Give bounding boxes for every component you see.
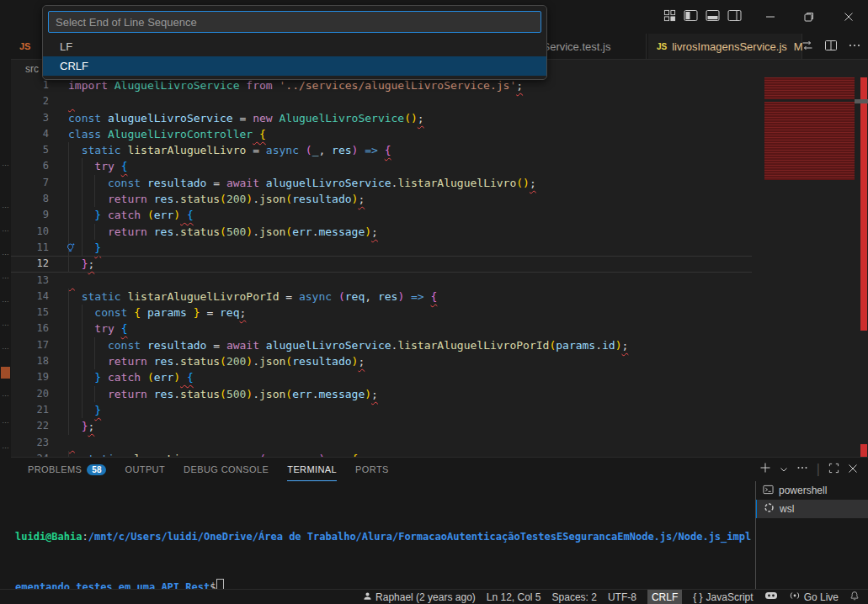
quick-pick-input[interactable] xyxy=(48,11,541,33)
terminal-item-powershell[interactable]: powershell xyxy=(756,481,868,500)
new-terminal-icon[interactable] xyxy=(759,462,771,477)
code-line[interactable]: 2 xyxy=(11,93,752,109)
tab-problems[interactable]: PROBLEMS 58 xyxy=(28,458,106,481)
tab-livros-imagens-service[interactable]: JS livrosImagensService.js M xyxy=(648,34,802,59)
copilot-item[interactable] xyxy=(764,590,778,604)
minimize-button[interactable] xyxy=(751,0,790,34)
quick-pick-list: LF CRLF xyxy=(43,37,546,77)
line-number[interactable]: 2 xyxy=(11,93,49,109)
line-number[interactable]: 10 xyxy=(11,224,49,240)
broadcast-icon xyxy=(789,591,801,603)
more-actions-icon[interactable] xyxy=(848,39,861,55)
toggle-sidebar-icon[interactable] xyxy=(684,9,698,22)
tab-controller-partial[interactable]: JS xyxy=(11,34,45,59)
explorer-sliver-mark: … xyxy=(2,296,9,304)
code-line[interactable]: 8 return res.status(200).json(resultado)… xyxy=(11,191,752,207)
line-number[interactable]: 8 xyxy=(11,191,49,207)
open-changes-icon[interactable] xyxy=(801,39,814,55)
line-number[interactable]: 16 xyxy=(11,321,49,336)
toggle-panel-icon[interactable] xyxy=(706,9,720,22)
editor[interactable]: 1import AluguelLivroService from '../ser… xyxy=(11,77,868,457)
eol-item[interactable]: CRLF xyxy=(647,590,682,604)
line-number[interactable]: 1 xyxy=(11,77,49,93)
code-line[interactable]: 14 static listarAluguelLivroPorId = asyn… xyxy=(11,289,752,305)
code-line[interactable]: 13 xyxy=(11,273,752,289)
line-number[interactable]: 21 xyxy=(11,402,49,418)
line-number[interactable]: 14 xyxy=(11,289,49,305)
line-number[interactable]: 22 xyxy=(11,418,49,434)
minimap[interactable] xyxy=(764,77,855,183)
js-file-icon: JS xyxy=(657,42,667,51)
git-blame-item[interactable]: Raphael (2 years ago) xyxy=(363,590,476,604)
line-number[interactable]: 15 xyxy=(11,305,49,321)
line-number[interactable]: 19 xyxy=(11,369,49,385)
code-line[interactable]: 15 const { params } = req; xyxy=(11,305,752,321)
line-number[interactable]: 5 xyxy=(11,142,49,158)
customize-layout-icon[interactable] xyxy=(663,9,676,22)
tab-terminal[interactable]: TERMINAL xyxy=(287,458,337,481)
line-number[interactable]: 11 xyxy=(11,240,49,256)
line-number[interactable]: 24 xyxy=(11,451,49,457)
go-live-item[interactable]: Go Live xyxy=(789,590,839,604)
quick-pick-item-lf[interactable]: LF xyxy=(43,37,546,56)
code-line[interactable]: 24 static alugarLivro = async (req, res)… xyxy=(11,451,752,457)
code-line[interactable]: 12 }; xyxy=(11,256,752,272)
person-icon xyxy=(363,591,372,603)
code-area[interactable]: 1import AluguelLivroService from '../ser… xyxy=(11,77,752,457)
cursor-position-item[interactable]: Ln 12, Col 5 xyxy=(487,590,541,604)
restore-button[interactable] xyxy=(790,0,828,34)
split-editor-icon[interactable] xyxy=(824,39,838,55)
code-line[interactable]: 6 try { xyxy=(11,158,752,174)
line-number[interactable]: 6 xyxy=(11,158,49,174)
indentation-item[interactable]: Spaces: 2 xyxy=(552,590,597,604)
explorer-sliver-mark: … xyxy=(2,320,9,327)
code-line[interactable]: 18 return res.status(200).json(resultado… xyxy=(11,353,752,369)
code-line[interactable]: 7 const resultado = await aluguelLivroSe… xyxy=(11,175,752,191)
close-panel-icon[interactable] xyxy=(848,462,858,477)
line-number[interactable]: 4 xyxy=(11,126,49,142)
line-number[interactable]: 7 xyxy=(11,175,49,191)
line-number[interactable]: 13 xyxy=(11,273,49,289)
code-line[interactable]: 9 } catch (err) { xyxy=(11,207,752,223)
tab-label: livrosImagensService.js xyxy=(672,40,787,53)
problems-count-badge: 58 xyxy=(87,464,106,475)
line-number[interactable]: 18 xyxy=(11,353,49,369)
breadcrumb-src[interactable]: src xyxy=(25,63,39,75)
quick-pick-item-crlf[interactable]: CRLF xyxy=(43,56,546,76)
code-line[interactable]: 10 return res.status(500).json(err.messa… xyxy=(11,224,752,240)
editor-scrollbar[interactable] xyxy=(855,99,868,103)
terminal-profile-chevron-icon[interactable] xyxy=(780,462,788,477)
maximize-panel-icon[interactable] xyxy=(828,462,839,477)
code-line[interactable]: 19 } catch (err) { xyxy=(11,369,752,385)
line-number[interactable]: 12 xyxy=(11,256,49,272)
terminal-item-wsl[interactable]: wsl xyxy=(756,500,868,518)
line-number[interactable]: 3 xyxy=(11,110,49,126)
toggle-secondary-sidebar-icon[interactable] xyxy=(727,9,742,22)
tab-output[interactable]: OUTPUT xyxy=(125,458,165,481)
line-number[interactable]: 20 xyxy=(11,386,49,402)
encoding-item[interactable]: UTF-8 xyxy=(608,590,636,604)
line-number[interactable]: 23 xyxy=(11,435,49,451)
line-number[interactable]: 9 xyxy=(11,207,49,223)
code-line[interactable]: 3const aluguelLivroService = new Aluguel… xyxy=(11,110,752,126)
code-line[interactable]: 5 static listarAluguelLivro = async (_, … xyxy=(11,142,752,158)
terminal-output[interactable]: luidi@Bahia:/mnt/c/Users/luidi/OneDrive/… xyxy=(15,495,751,604)
code-line[interactable]: 23 xyxy=(11,435,752,451)
code-line[interactable]: 16 try { xyxy=(11,321,752,336)
tab-ports[interactable]: PORTS xyxy=(355,458,389,481)
js-file-icon: JS xyxy=(19,41,30,51)
notifications-item[interactable] xyxy=(849,590,860,604)
code-line[interactable]: 11 } xyxy=(11,240,752,256)
code-line[interactable]: 20 return res.status(500).json(err.messa… xyxy=(11,386,752,402)
code-line[interactable]: 17 const resultado = await aluguelLivroS… xyxy=(11,337,752,353)
status-bar: Raphael (2 years ago) Ln 12, Col 5 Space… xyxy=(0,589,868,604)
language-mode-item[interactable]: { } JavaScript xyxy=(693,590,753,604)
line-number[interactable]: 17 xyxy=(11,337,49,353)
code-line[interactable]: 4class AluguelLivroController { xyxy=(11,126,752,142)
code-line[interactable]: 21 } xyxy=(11,402,752,418)
close-button[interactable] xyxy=(829,0,868,34)
tab-debug-console[interactable]: DEBUG CONSOLE xyxy=(184,458,269,481)
bell-icon xyxy=(849,591,860,604)
code-line[interactable]: 22 }; xyxy=(11,418,752,434)
panel-more-actions-icon[interactable] xyxy=(796,462,808,477)
